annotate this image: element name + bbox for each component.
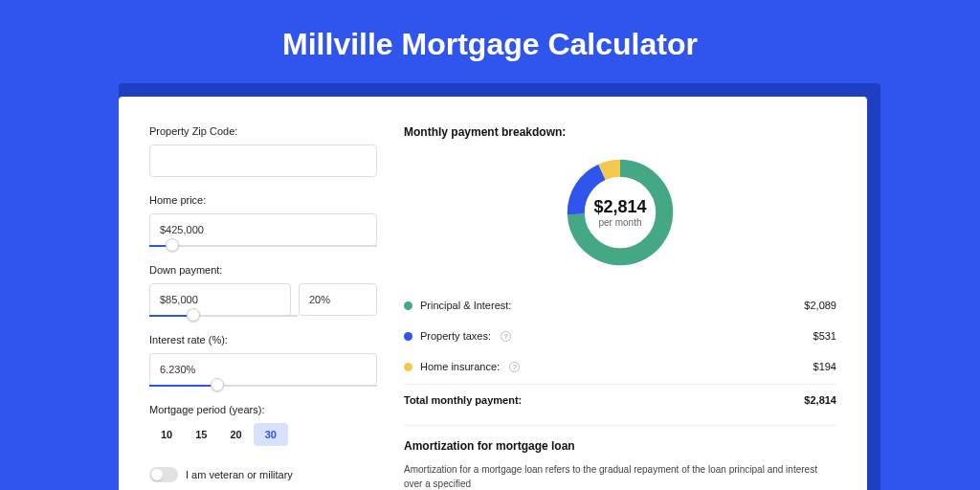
rate-slider[interactable] — [149, 385, 377, 387]
legend-value-insurance: $194 — [813, 361, 836, 372]
legend-label-insurance: Home insurance: — [420, 361, 500, 372]
legend-value-principal: $2,089 — [804, 300, 836, 311]
period-btn-30[interactable]: 30 — [254, 423, 288, 446]
rate-group: Interest rate (%): — [149, 334, 377, 387]
legend-row-taxes: Property taxes: ? $531 — [404, 321, 836, 351]
legend-label-principal: Principal & Interest: — [420, 300, 511, 311]
down-slider[interactable] — [149, 315, 298, 317]
card-shadow: Property Zip Code: Home price: Down paym… — [119, 83, 880, 490]
legend-label-taxes: Property taxes: — [420, 330, 491, 342]
page-title: Millville Mortgage Calculator — [0, 0, 980, 83]
price-slider-thumb[interactable] — [166, 238, 179, 252]
rate-slider-thumb[interactable] — [211, 378, 224, 391]
zip-input[interactable] — [149, 145, 377, 177]
period-btn-15[interactable]: 15 — [184, 423, 218, 446]
zip-label: Property Zip Code: — [149, 125, 377, 137]
period-options: 10 15 20 30 — [149, 423, 377, 446]
legend-value-taxes: $531 — [813, 330, 836, 342]
down-slider-thumb[interactable] — [187, 308, 200, 322]
calculator-card: Property Zip Code: Home price: Down paym… — [119, 97, 867, 490]
legend-row-insurance: Home insurance: ? $194 — [404, 351, 836, 382]
dot-principal-icon — [404, 301, 412, 310]
veteran-row: I am veteran or military — [149, 467, 377, 482]
breakdown-panel: Monthly payment breakdown: $2,814 per mo… — [404, 125, 836, 490]
price-label: Home price: — [149, 194, 377, 206]
legend-row-principal: Principal & Interest: $2,089 — [404, 290, 836, 321]
price-slider[interactable] — [149, 245, 377, 247]
period-group: Mortgage period (years): 10 15 20 30 — [149, 404, 377, 446]
total-value: $2,814 — [804, 394, 836, 406]
period-btn-10[interactable]: 10 — [149, 423, 184, 446]
rate-input[interactable] — [149, 353, 377, 386]
price-group: Home price: — [149, 194, 377, 247]
price-input[interactable] — [149, 213, 377, 246]
breakdown-title: Monthly payment breakdown: — [404, 125, 836, 139]
donut-amount: $2,814 — [593, 197, 646, 217]
down-label: Down payment: — [149, 264, 377, 276]
veteran-toggle-knob — [151, 469, 163, 480]
veteran-toggle[interactable] — [149, 467, 178, 482]
help-insurance-icon[interactable]: ? — [509, 362, 520, 372]
rate-label: Interest rate (%): — [149, 334, 377, 345]
amortization-text: Amortization for a mortgage loan refers … — [404, 462, 836, 490]
donut-wrap: $2,814 per month — [404, 154, 836, 271]
total-label: Total monthly payment: — [404, 394, 522, 406]
form-panel: Property Zip Code: Home price: Down paym… — [149, 125, 377, 490]
divider — [404, 425, 836, 426]
donut-sub: per month — [593, 217, 646, 228]
dot-taxes-icon — [404, 332, 412, 341]
down-amount-input[interactable] — [149, 283, 291, 316]
dot-insurance-icon — [404, 363, 412, 371]
help-taxes-icon[interactable]: ? — [501, 331, 511, 342]
total-row: Total monthly payment: $2,814 — [404, 384, 836, 419]
zip-group: Property Zip Code: — [149, 125, 377, 177]
rate-slider-fill — [149, 385, 217, 387]
amortization-title: Amortization for mortgage loan — [404, 439, 836, 453]
down-group: Down payment: — [149, 264, 377, 317]
period-label: Mortgage period (years): — [149, 404, 377, 415]
donut-center: $2,814 per month — [593, 197, 646, 228]
payment-donut: $2,814 per month — [562, 154, 679, 271]
veteran-label: I am veteran or military — [186, 469, 293, 480]
period-btn-20[interactable]: 20 — [219, 423, 254, 446]
down-percent-input[interactable] — [299, 283, 377, 316]
